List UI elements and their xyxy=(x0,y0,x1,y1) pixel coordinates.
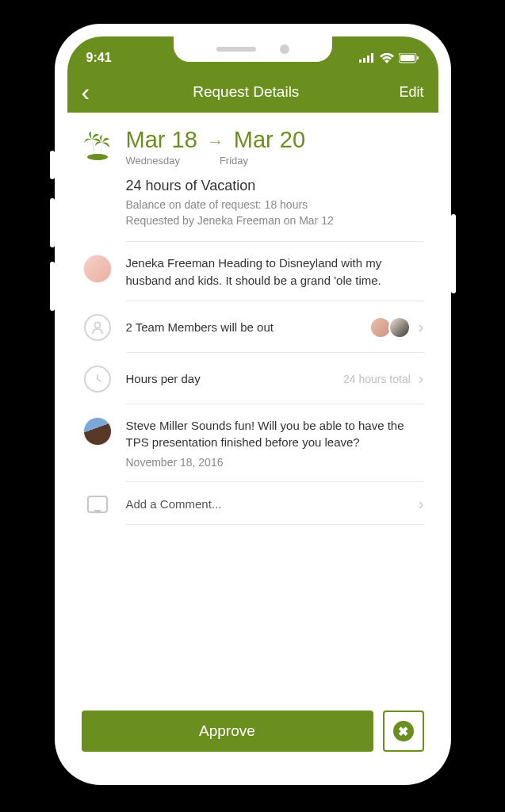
status-indicators xyxy=(359,53,419,63)
volume-down xyxy=(50,262,55,311)
edit-button[interactable]: Edit xyxy=(399,84,423,101)
back-button[interactable]: ‹ xyxy=(82,79,94,105)
add-comment-row[interactable]: Add a Comment... › xyxy=(82,482,424,524)
request-summary: 24 hours of Vacation Balance on date of … xyxy=(126,178,424,228)
summary-requester: Requested by Jeneka Freeman on Mar 12 xyxy=(126,213,424,229)
team-out-label: 2 Team Members will be out xyxy=(126,319,357,336)
svg-rect-3 xyxy=(371,53,373,63)
summary-balance: Balance on date of request: 18 hours xyxy=(126,197,424,213)
team-member-avatar xyxy=(388,316,411,339)
status-time: 9:41 xyxy=(86,51,112,65)
action-footer: Approve ✖ xyxy=(67,699,438,772)
battery-icon xyxy=(399,53,419,63)
power-button xyxy=(451,214,456,293)
svg-rect-1 xyxy=(363,58,365,63)
cellular-icon xyxy=(359,53,375,63)
chevron-right-icon: › xyxy=(414,370,424,388)
request-note-row: Jeneka Freeman Heading to Disneyland wit… xyxy=(82,242,424,301)
deny-button[interactable]: ✖ xyxy=(383,710,424,752)
svg-point-7 xyxy=(87,154,108,160)
svg-rect-6 xyxy=(417,56,419,59)
end-date: Mar 20 xyxy=(234,127,305,153)
chevron-right-icon: › xyxy=(414,318,424,336)
commenter-avatar xyxy=(83,417,112,446)
summary-title: 24 hours of Vacation xyxy=(126,178,424,194)
date-range: Mar 18 → Mar 20 Wednesday Friday xyxy=(126,127,424,167)
request-note-text: Jeneka Freeman Heading to Disneyland wit… xyxy=(126,255,424,289)
comment-icon xyxy=(87,496,108,513)
wifi-icon xyxy=(380,53,394,63)
request-header: Mar 18 → Mar 20 Wednesday Friday xyxy=(82,127,424,167)
team-out-row[interactable]: 2 Team Members will be out › xyxy=(82,301,424,352)
mute-switch xyxy=(50,151,55,179)
content: Mar 18 → Mar 20 Wednesday Friday 24 hour… xyxy=(67,113,438,699)
close-icon: ✖ xyxy=(393,721,414,741)
arrow-icon: → xyxy=(207,132,224,152)
svg-point-8 xyxy=(94,322,100,327)
nav-bar: ‹ Request Details Edit xyxy=(67,71,438,113)
svg-rect-5 xyxy=(400,55,415,61)
chevron-right-icon: › xyxy=(414,495,424,513)
person-icon xyxy=(84,314,111,341)
add-comment-placeholder: Add a Comment... xyxy=(126,496,401,513)
page-title: Request Details xyxy=(102,83,389,101)
hours-value: 24 hours total xyxy=(343,373,411,385)
phone-frame: 9:41 ‹ Request Details Edit Mar 18 → xyxy=(55,24,451,785)
svg-rect-0 xyxy=(359,59,362,63)
notch xyxy=(174,36,332,62)
svg-rect-2 xyxy=(367,56,369,63)
team-avatars: › xyxy=(369,316,424,339)
requester-avatar xyxy=(83,255,112,283)
approve-button[interactable]: Approve xyxy=(82,710,373,752)
vacation-icon xyxy=(82,127,113,167)
start-day: Wednesday xyxy=(126,155,180,167)
end-day: Friday xyxy=(220,155,248,167)
volume-up xyxy=(50,198,55,247)
comment-date: November 18, 2016 xyxy=(126,454,421,470)
screen: 9:41 ‹ Request Details Edit Mar 18 → xyxy=(67,36,438,772)
hours-label: Hours per day xyxy=(126,370,331,388)
clock-icon xyxy=(84,366,111,393)
start-date: Mar 18 xyxy=(126,127,197,153)
comment-text: Steve Miller Sounds fun! Will you be abl… xyxy=(126,417,421,452)
hours-per-day-row[interactable]: Hours per day 24 hours total › xyxy=(82,353,424,404)
comment-row: Steve Miller Sounds fun! Will you be abl… xyxy=(82,404,424,482)
